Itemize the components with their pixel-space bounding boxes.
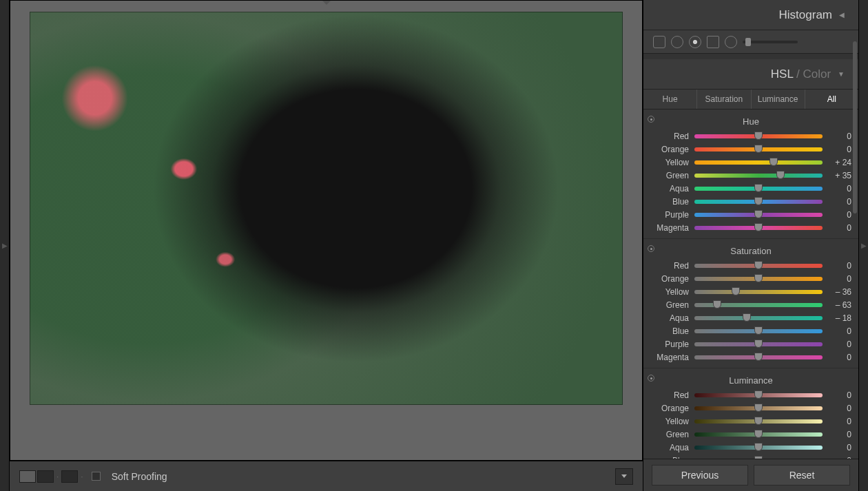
soft-proofing-checkbox[interactable] bbox=[92, 472, 101, 481]
slider-value[interactable]: + 24 bbox=[828, 158, 851, 167]
targeted-adjust-icon[interactable] bbox=[648, 116, 654, 123]
slider-thumb[interactable] bbox=[754, 132, 763, 140]
hue-slider-aqua: Aqua0 bbox=[650, 182, 851, 195]
targeted-adjust-icon[interactable] bbox=[648, 245, 654, 252]
slider-value[interactable]: 0 bbox=[828, 210, 851, 220]
slider-value[interactable]: 0 bbox=[828, 274, 851, 284]
slider-track[interactable] bbox=[694, 226, 823, 230]
view-mode-loupe[interactable] bbox=[19, 470, 36, 483]
slider-value[interactable]: 0 bbox=[828, 223, 851, 233]
radial-filter-icon[interactable] bbox=[725, 36, 737, 48]
slider-thumb[interactable] bbox=[754, 456, 763, 459]
slider-track[interactable] bbox=[694, 187, 823, 191]
hue-slider-green: Green+ 35 bbox=[650, 169, 851, 182]
separator-icon: · bbox=[56, 472, 59, 481]
slider-thumb[interactable] bbox=[754, 197, 763, 205]
slider-value[interactable]: 0 bbox=[828, 339, 851, 349]
slider-track[interactable] bbox=[694, 160, 823, 165]
slider-value[interactable]: 0 bbox=[828, 353, 851, 362]
slider-value[interactable]: – 63 bbox=[828, 300, 851, 310]
slider-track[interactable] bbox=[694, 355, 823, 359]
lum-slider-red: Red0 bbox=[650, 388, 851, 401]
slider-value[interactable]: 0 bbox=[828, 132, 851, 141]
slider-thumb[interactable] bbox=[754, 339, 763, 348]
slider-thumb[interactable] bbox=[754, 326, 763, 335]
slider-track[interactable] bbox=[694, 393, 823, 397]
slider-track[interactable] bbox=[694, 459, 823, 459]
hsl-panel-header[interactable]: HSL / Color ▼ bbox=[643, 59, 858, 90]
slider-value[interactable]: 0 bbox=[828, 417, 851, 426]
slider-value[interactable]: 0 bbox=[828, 456, 851, 459]
slider-thumb[interactable] bbox=[743, 313, 751, 322]
hue-group: Hue Red0Orange0Yellow+ 24Green+ 35Aqua0B… bbox=[643, 109, 858, 239]
slider-thumb[interactable] bbox=[754, 210, 763, 218]
slider-track[interactable] bbox=[694, 264, 823, 268]
slider-thumb[interactable] bbox=[754, 404, 763, 412]
slider-track[interactable] bbox=[694, 290, 823, 294]
grad-filter-icon[interactable] bbox=[707, 36, 719, 48]
histogram-panel-header[interactable]: Histogram ◀ bbox=[643, 0, 858, 30]
scrollbar-thumb[interactable] bbox=[853, 41, 857, 213]
slider-thumb[interactable] bbox=[754, 274, 763, 282]
chevron-down-icon bbox=[621, 474, 627, 478]
canvas-area[interactable] bbox=[10, 0, 643, 461]
slider-track[interactable] bbox=[694, 329, 823, 333]
slider-value[interactable]: – 18 bbox=[828, 313, 851, 323]
tab-luminance[interactable]: Luminance bbox=[752, 90, 805, 109]
slider-value[interactable]: 0 bbox=[828, 326, 851, 336]
slider-track[interactable] bbox=[694, 446, 823, 450]
slider-thumb[interactable] bbox=[754, 430, 763, 438]
toolbar-options-dropdown[interactable] bbox=[615, 468, 633, 485]
slider-track[interactable] bbox=[694, 406, 823, 410]
slider-thumb[interactable] bbox=[754, 261, 763, 269]
slider-thumb[interactable] bbox=[754, 353, 763, 361]
slider-thumb[interactable] bbox=[754, 417, 763, 425]
reset-button[interactable]: Reset bbox=[754, 465, 850, 485]
targeted-adjust-icon[interactable] bbox=[648, 375, 654, 382]
slider-value[interactable]: 0 bbox=[828, 390, 851, 400]
previous-button[interactable]: Previous bbox=[652, 465, 748, 485]
soft-proofing-label[interactable]: Soft Proofing bbox=[112, 471, 167, 482]
spot-removal-icon[interactable] bbox=[671, 36, 683, 48]
slider-value[interactable]: 0 bbox=[828, 443, 851, 452]
slider-track[interactable] bbox=[694, 147, 823, 152]
slider-thumb[interactable] bbox=[754, 223, 763, 231]
slider-value[interactable]: 0 bbox=[828, 184, 851, 194]
slider-track[interactable] bbox=[694, 200, 823, 204]
tab-saturation[interactable]: Saturation bbox=[697, 90, 751, 109]
slider-value[interactable]: 0 bbox=[828, 430, 851, 439]
crop-tool-icon[interactable] bbox=[653, 36, 665, 48]
slider-thumb[interactable] bbox=[776, 171, 785, 179]
slider-value[interactable]: 0 bbox=[828, 145, 851, 154]
tab-all[interactable]: All bbox=[805, 90, 858, 109]
redeye-tool-icon[interactable] bbox=[689, 36, 701, 48]
slider-thumb[interactable] bbox=[754, 184, 763, 192]
left-panel-rail[interactable]: ▶ bbox=[0, 0, 10, 491]
slider-track[interactable] bbox=[694, 419, 823, 424]
slider-track[interactable] bbox=[694, 174, 823, 178]
slider-value[interactable]: 0 bbox=[828, 404, 851, 413]
view-mode-before-after-h[interactable] bbox=[37, 470, 54, 483]
slider-value[interactable]: – 36 bbox=[828, 287, 851, 297]
slider-thumb[interactable] bbox=[754, 390, 763, 399]
slider-thumb[interactable] bbox=[732, 287, 740, 295]
tab-hue[interactable]: Hue bbox=[643, 90, 697, 109]
slider-track[interactable] bbox=[694, 277, 823, 281]
slider-thumb[interactable] bbox=[713, 300, 721, 309]
preview-image bbox=[30, 12, 623, 405]
slider-thumb[interactable] bbox=[754, 145, 763, 153]
slider-track[interactable] bbox=[694, 316, 823, 320]
view-mode-before-after-v[interactable] bbox=[61, 470, 78, 483]
slider-track[interactable] bbox=[694, 303, 823, 307]
slider-thumb[interactable] bbox=[754, 443, 763, 451]
slider-value[interactable]: 0 bbox=[828, 197, 851, 207]
slider-value[interactable]: + 35 bbox=[828, 171, 851, 180]
slider-track[interactable] bbox=[694, 134, 823, 138]
slider-track[interactable] bbox=[694, 342, 823, 346]
slider-track[interactable] bbox=[694, 432, 823, 437]
brush-size-slider[interactable] bbox=[743, 41, 798, 43]
slider-thumb[interactable] bbox=[769, 158, 778, 166]
right-panel-rail[interactable]: ▶ bbox=[858, 0, 868, 491]
slider-track[interactable] bbox=[694, 213, 823, 217]
slider-value[interactable]: 0 bbox=[828, 261, 851, 271]
